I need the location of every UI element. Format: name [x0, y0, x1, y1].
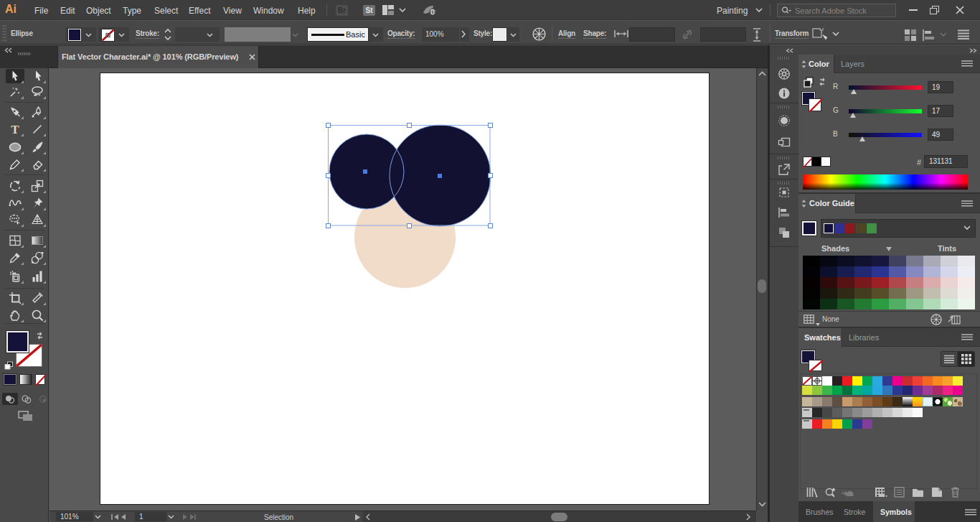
svg-text:T: T — [11, 123, 19, 136]
